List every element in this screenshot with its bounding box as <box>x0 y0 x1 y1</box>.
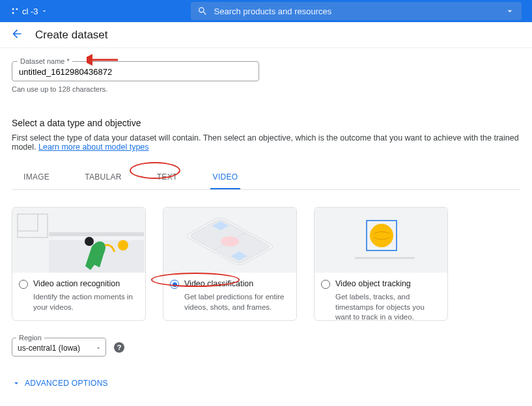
card-title: Video action recognition <box>33 279 137 288</box>
objective-card-action[interactable]: Video action recognitionIdentify the act… <box>12 207 146 321</box>
page-title: Create dataset <box>35 29 108 42</box>
tab-tabular[interactable]: TABULAR <box>82 166 124 189</box>
help-icon[interactable]: ? <box>114 342 124 353</box>
card-illustration <box>163 208 296 273</box>
section-title: Select a data type and objective <box>12 118 520 128</box>
back-button[interactable] <box>10 27 23 42</box>
card-desc: Get label predictions for entire videos,… <box>184 292 288 312</box>
svg-point-8 <box>85 237 94 246</box>
card-desc: Get labels, tracks, and timestamps for o… <box>335 292 440 321</box>
radio-button[interactable] <box>170 280 179 289</box>
chevron-down-icon <box>95 344 102 353</box>
svg-point-9 <box>118 240 128 250</box>
field-hint: Can use up to 128 characters. <box>12 85 520 93</box>
chevron-down-icon <box>505 6 515 16</box>
radio-button[interactable] <box>19 280 28 289</box>
radio-button[interactable] <box>321 280 330 289</box>
svg-point-0 <box>12 8 14 10</box>
dataset-name-input[interactable] <box>19 67 252 77</box>
project-selector[interactable]: cl -3 <box>10 7 48 16</box>
card-illustration <box>12 208 145 273</box>
advanced-options-toggle[interactable]: ADVANCED OPTIONS <box>12 379 520 388</box>
region-value: us-central1 (Iowa) <box>18 344 80 353</box>
project-name: cl -3 <box>22 7 38 16</box>
svg-rect-6 <box>49 232 144 236</box>
tab-image[interactable]: IMAGE <box>21 166 52 189</box>
region-label: Region <box>16 334 44 342</box>
svg-rect-4 <box>18 214 48 237</box>
svg-rect-18 <box>355 257 415 259</box>
card-title: Video object tracking <box>335 279 440 288</box>
svg-point-17 <box>370 224 393 247</box>
svg-rect-5 <box>18 214 38 231</box>
search-box[interactable] <box>191 2 522 20</box>
search-icon <box>197 6 208 16</box>
arrow-left-icon <box>10 27 23 40</box>
objective-card-tracking[interactable]: Video object trackingGet labels, tracks,… <box>314 207 448 321</box>
field-label: Dataset name * <box>18 57 72 65</box>
dataset-name-field[interactable]: Dataset name * <box>12 61 259 81</box>
datatype-tabs: IMAGETABULARTEXTVIDEO <box>12 166 520 190</box>
tab-video[interactable]: VIDEO <box>210 166 241 189</box>
card-title: Video classification <box>184 279 288 288</box>
tab-text[interactable]: TEXT <box>154 166 180 189</box>
search-input[interactable] <box>214 7 498 16</box>
svg-point-1 <box>16 8 18 10</box>
section-desc: First select the type of data your datas… <box>12 133 520 152</box>
chevron-down-icon <box>41 8 48 14</box>
card-illustration <box>315 208 447 273</box>
svg-point-2 <box>12 12 14 14</box>
annotation-arrow-icon <box>87 54 119 66</box>
objective-card-classification[interactable]: Video classificationGet label prediction… <box>163 207 297 321</box>
chevron-down-icon <box>12 379 21 388</box>
card-desc: Identify the action moments in your vide… <box>33 292 137 312</box>
product-icon <box>10 7 20 16</box>
region-select[interactable]: Region us-central1 (Iowa) <box>12 338 106 357</box>
learn-more-link[interactable]: Learn more about model types <box>38 142 149 152</box>
